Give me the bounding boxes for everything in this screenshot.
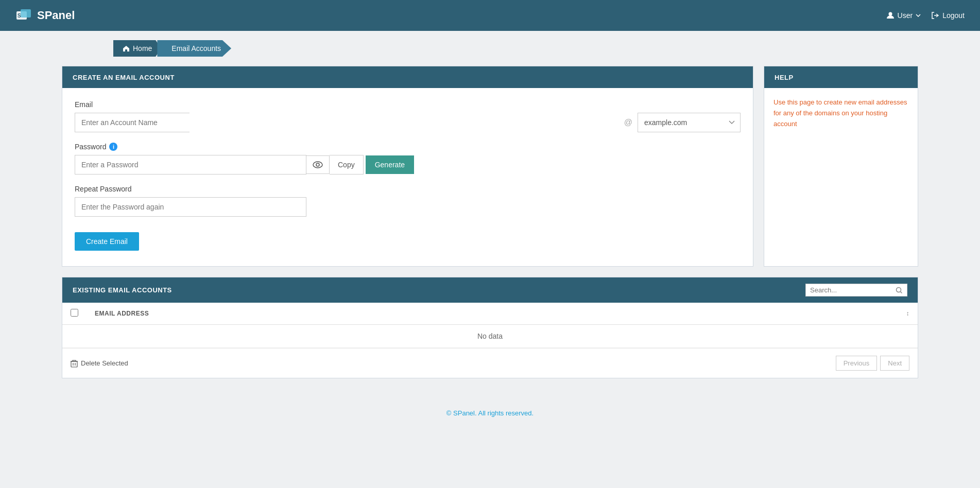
user-menu[interactable]: User	[886, 11, 921, 20]
no-data-cell: No data	[62, 325, 918, 348]
existing-card-title: EXISTING EMAIL ACCOUNTS	[73, 286, 172, 294]
breadcrumb: Home Email Accounts	[0, 31, 980, 66]
svg-point-6	[897, 287, 901, 292]
create-email-btn[interactable]: Create Email	[75, 232, 139, 251]
select-all-col	[62, 303, 87, 325]
existing-email-card: EXISTING EMAIL ACCOUNTS EMAIL ADDRESS ↕	[62, 277, 918, 378]
select-all-checkbox[interactable]	[71, 309, 78, 317]
create-card-header: CREATE AN EMAIL ACCOUNT	[62, 66, 753, 88]
svg-rect-1	[21, 9, 31, 18]
breadcrumb-home[interactable]: Home	[113, 40, 161, 57]
email-name-wrapper: @	[75, 113, 638, 132]
footer-text: © SPanel. All rights reserved.	[446, 409, 534, 417]
eye-icon	[313, 161, 323, 168]
password-input[interactable]	[75, 155, 306, 175]
brand-name: SPanel	[37, 9, 75, 22]
svg-point-3	[888, 12, 892, 16]
existing-card-header: EXISTING EMAIL ACCOUNTS	[62, 277, 918, 303]
repeat-password-label: Repeat Password	[75, 185, 741, 193]
repeat-password-input[interactable]	[75, 197, 306, 217]
brand: S SPanel	[15, 7, 75, 24]
email-table-head: EMAIL ADDRESS ↕	[62, 303, 918, 325]
breadcrumb-home-label: Home	[133, 44, 152, 53]
create-card-title: CREATE AN EMAIL ACCOUNT	[73, 74, 175, 81]
user-label: User	[898, 11, 913, 20]
logout-icon	[931, 11, 939, 20]
password-form-group: Password i Copy Generate	[75, 143, 741, 175]
email-table-header-row: EMAIL ADDRESS ↕	[62, 303, 918, 325]
search-icon[interactable]	[896, 287, 903, 294]
password-input-row: Copy Generate	[75, 155, 741, 175]
main-content: CREATE AN EMAIL ACCOUNT Email @ example.	[0, 66, 980, 399]
email-form-group: Email @ example.com	[75, 100, 741, 132]
password-label: Password i	[75, 143, 741, 151]
header-right: User Logout	[886, 11, 965, 20]
next-btn[interactable]: Next	[880, 356, 909, 371]
copy-btn[interactable]: Copy	[330, 155, 364, 175]
logout-label: Logout	[942, 11, 965, 20]
footer-brand: SPanel	[453, 409, 475, 417]
email-domain-select[interactable]: example.com	[638, 113, 741, 132]
email-input-row: @ example.com	[75, 113, 741, 132]
chevron-down-icon	[916, 14, 921, 17]
header: S SPanel User Logout	[0, 0, 980, 31]
table-footer: Delete Selected Previous Next	[62, 348, 918, 378]
trash-icon	[71, 359, 78, 368]
help-card: HELP Use this page to create new email a…	[764, 66, 918, 267]
sort-icon[interactable]: ↕	[906, 310, 910, 317]
delete-selected-btn[interactable]: Delete Selected	[71, 359, 128, 368]
password-toggle-btn[interactable]	[306, 155, 330, 174]
email-name-input[interactable]	[75, 113, 190, 132]
pagination-btns: Previous Next	[836, 356, 909, 371]
breadcrumb-current: Email Accounts	[157, 40, 231, 57]
help-card-body: Use this page to create new email addres…	[764, 88, 918, 138]
breadcrumb-current-label: Email Accounts	[171, 44, 221, 53]
generate-btn[interactable]: Generate	[366, 155, 414, 174]
spanel-logo-icon: S	[15, 7, 32, 24]
svg-rect-7	[71, 361, 77, 367]
svg-text:S: S	[18, 13, 21, 19]
prev-btn[interactable]: Previous	[836, 356, 878, 371]
search-box	[805, 284, 907, 297]
user-icon	[886, 11, 895, 20]
help-card-title: HELP	[775, 74, 794, 81]
email-label: Email	[75, 100, 741, 109]
svg-point-5	[316, 163, 319, 166]
no-data-row: No data	[62, 325, 918, 348]
at-icon: @	[624, 118, 632, 127]
create-card-body: Email @ example.com P	[62, 88, 753, 266]
email-address-col-header: EMAIL ADDRESS ↕	[87, 303, 918, 325]
create-email-card: CREATE AN EMAIL ACCOUNT Email @ example.	[62, 66, 753, 267]
page-footer: © SPanel. All rights reserved.	[0, 399, 980, 427]
email-table: EMAIL ADDRESS ↕ No data	[62, 303, 918, 348]
home-icon	[123, 45, 130, 52]
help-card-header: HELP	[764, 66, 918, 88]
password-info-icon[interactable]: i	[109, 143, 117, 151]
logout-btn[interactable]: Logout	[931, 11, 965, 20]
top-row: CREATE AN EMAIL ACCOUNT Email @ example.	[62, 66, 918, 267]
repeat-password-form-group: Repeat Password	[75, 185, 741, 217]
svg-point-4	[313, 162, 322, 168]
search-input[interactable]	[810, 286, 892, 294]
email-table-body: No data	[62, 325, 918, 348]
